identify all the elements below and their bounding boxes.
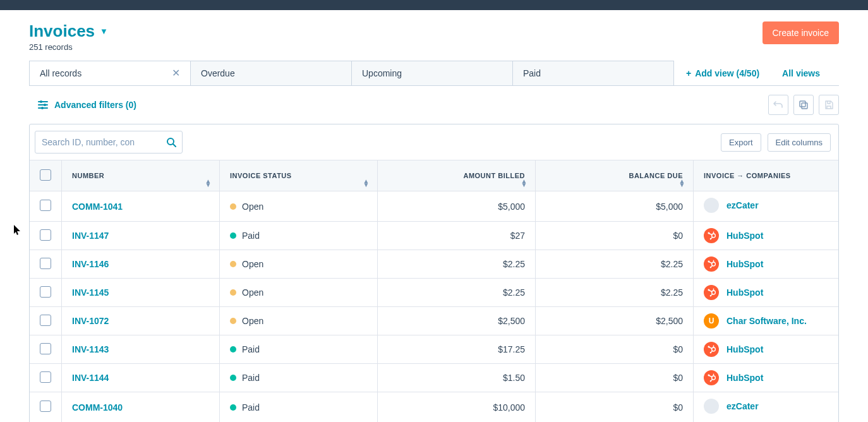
sort-icon: ▲▼: [679, 179, 685, 187]
chevron-down-icon: ▼: [100, 27, 108, 36]
status-dot-icon: [230, 404, 236, 411]
svg-rect-3: [800, 101, 805, 107]
add-view-button[interactable]: +Add view (4/50): [673, 61, 772, 85]
filter-icon: [38, 100, 48, 109]
invoice-number-link[interactable]: COMM-1040: [72, 402, 123, 413]
tab-overdue[interactable]: Overdue: [190, 61, 352, 85]
search-input[interactable]: [35, 131, 183, 154]
create-invoice-button[interactable]: Create invoice: [763, 21, 840, 44]
balance-due: $0: [536, 364, 694, 392]
row-checkbox[interactable]: [40, 258, 51, 269]
column-balance[interactable]: BALANCE DUE ▲▼: [536, 160, 694, 191]
select-all-header: [30, 160, 62, 191]
tab-label: Overdue: [201, 68, 235, 78]
invoice-number-link[interactable]: INV-1145: [72, 287, 109, 298]
company-link[interactable]: ezCater: [704, 399, 759, 414]
amount-billed: $10,000: [378, 392, 536, 423]
status-badge: Paid: [230, 402, 260, 413]
company-link[interactable]: ezCater: [704, 198, 759, 213]
status-badge: Paid: [230, 231, 260, 241]
company-link[interactable]: HubSpot: [704, 228, 763, 243]
sort-icon: ▲▼: [205, 179, 212, 187]
invoice-number-link[interactable]: INV-1143: [72, 344, 109, 354]
save-icon: [824, 100, 833, 109]
column-number[interactable]: NUMBER ▲▼: [62, 160, 220, 191]
amount-billed: $2.25: [378, 250, 536, 279]
company-link[interactable]: HubSpot: [704, 256, 763, 272]
row-checkbox[interactable]: [40, 229, 51, 241]
column-billed[interactable]: AMOUNT BILLED ▲▼: [378, 160, 536, 191]
amount-billed: $17.25: [378, 335, 536, 364]
page-title-dropdown[interactable]: Invoices ▼: [29, 21, 108, 41]
amount-billed: $1.50: [378, 364, 536, 392]
row-checkbox[interactable]: [40, 371, 51, 383]
tab-upcoming[interactable]: Upcoming: [351, 61, 513, 85]
invoice-number-link[interactable]: INV-1144: [72, 373, 109, 383]
edit-columns-button[interactable]: Edit columns: [768, 133, 831, 152]
table-row: COMM-1040Paid$10,000$0ezCater: [30, 392, 838, 423]
status-dot-icon: [230, 318, 236, 324]
plus-icon: +: [686, 68, 691, 78]
table-row: INV-1146Open$2.25$2.25HubSpot: [30, 250, 838, 279]
invoice-number-link[interactable]: INV-1147: [72, 231, 109, 241]
row-checkbox[interactable]: [40, 286, 51, 298]
company-link[interactable]: HubSpot: [704, 285, 763, 300]
row-checkbox[interactable]: [40, 315, 51, 326]
amount-billed: $2,500: [378, 307, 536, 335]
invoice-number-link[interactable]: INV-1146: [72, 259, 109, 269]
column-companies: INVOICE → COMPANIES: [694, 160, 839, 191]
row-checkbox[interactable]: [40, 343, 51, 354]
tab-all-records[interactable]: All records✕: [29, 61, 191, 85]
export-button[interactable]: Export: [721, 133, 761, 152]
svg-point-20: [710, 380, 711, 382]
balance-due: $0: [536, 335, 694, 364]
table-row: COMM-1041Open$5,000$5,000ezCater: [30, 191, 838, 222]
status-dot-icon: [230, 346, 236, 353]
status-dot-icon: [230, 203, 236, 210]
status-badge: Open: [230, 202, 263, 212]
amount-billed: $2.25: [378, 279, 536, 307]
advanced-filters-button[interactable]: Advanced filters (0): [38, 100, 136, 110]
tab-label: All records: [40, 68, 81, 78]
status-badge: Paid: [230, 344, 260, 354]
row-checkbox[interactable]: [40, 401, 51, 412]
company-logo-icon: [704, 256, 719, 272]
all-views-button[interactable]: All views: [772, 61, 830, 85]
status-badge: Open: [230, 287, 263, 298]
copy-icon: [799, 100, 808, 109]
column-status[interactable]: INVOICE STATUS ▲▼: [220, 160, 378, 191]
page-title: Invoices: [29, 21, 95, 41]
status-badge: Paid: [230, 373, 260, 383]
amount-billed: $5,000: [378, 191, 536, 222]
tab-label: Paid: [523, 68, 541, 78]
company-link[interactable]: HubSpot: [704, 342, 763, 357]
company-link[interactable]: UChar Software, Inc.: [704, 313, 807, 329]
svg-point-1: [44, 104, 46, 106]
invoice-number-link[interactable]: COMM-1041: [72, 202, 123, 212]
save-button: [819, 95, 839, 115]
company-logo-icon: [704, 228, 719, 243]
tab-label: Upcoming: [362, 68, 402, 78]
close-icon[interactable]: ✕: [172, 68, 180, 78]
record-count: 251 records: [29, 42, 108, 52]
undo-button: [768, 95, 788, 115]
company-logo-icon: [704, 370, 719, 385]
select-all-checkbox[interactable]: [40, 169, 51, 181]
svg-point-17: [710, 352, 711, 353]
svg-point-8: [710, 238, 711, 239]
clone-button[interactable]: [793, 95, 814, 115]
tab-paid[interactable]: Paid: [512, 61, 674, 85]
undo-icon: [773, 100, 783, 109]
invoice-number-link[interactable]: INV-1072: [72, 316, 109, 326]
company-logo-icon: [704, 399, 719, 414]
status-dot-icon: [230, 261, 236, 267]
table-row: INV-1144Paid$1.50$0HubSpot: [30, 364, 838, 392]
amount-billed: $27: [378, 222, 536, 250]
balance-due: $0: [536, 222, 694, 250]
balance-due: $2.25: [536, 250, 694, 279]
svg-point-11: [710, 267, 711, 268]
company-link[interactable]: HubSpot: [704, 370, 763, 385]
table-row: INV-1072Open$2,500$2,500UChar Software, …: [30, 307, 838, 335]
status-badge: Open: [230, 259, 263, 269]
row-checkbox[interactable]: [40, 200, 51, 211]
